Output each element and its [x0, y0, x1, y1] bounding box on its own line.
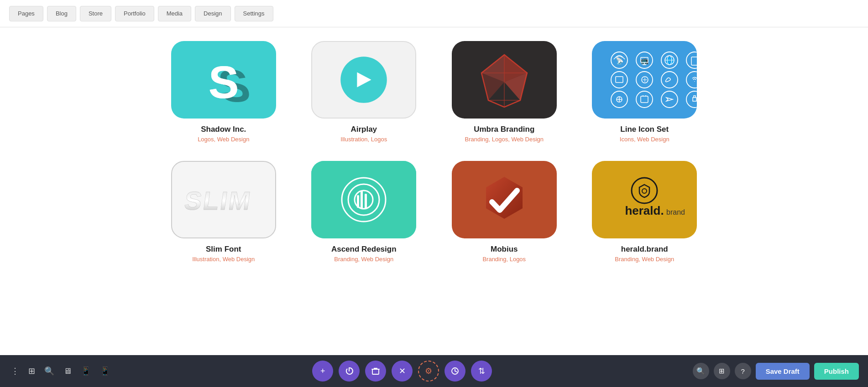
toolbar-right: 🔍 ⊞ ? Save Draft Publish: [693, 363, 859, 380]
item-title-slim: Slim Font: [206, 245, 241, 254]
svg-point-32: [618, 61, 620, 63]
toolbar-left: ⋮ ⊞ 🔍 🖥 📱 📱: [9, 364, 112, 378]
item-tags-umbra: Branding, Logos, Web Design: [465, 136, 544, 143]
portfolio-item-slim[interactable]: SLIM Slim Font Illustration, Web Design: [160, 161, 287, 263]
toolbar-search-btn[interactable]: 🔍: [42, 364, 56, 378]
item-tags-lineicon: Icons, Web Design: [620, 136, 669, 143]
portfolio-item-mobius[interactable]: Mobius Branding, Logos: [441, 161, 568, 263]
toolbar-desktop-btn[interactable]: 🖥: [62, 365, 73, 378]
nav-settings[interactable]: Settings: [235, 6, 273, 21]
thumbnail-umbra: [452, 41, 557, 119]
help-icon-btn[interactable]: ?: [735, 363, 751, 379]
item-tags-shadow-inc: Logos, Web Design: [198, 136, 249, 143]
add-item-btn[interactable]: +: [312, 361, 333, 382]
svg-rect-41: [616, 77, 623, 83]
toolbar-grid-btn[interactable]: ⊞: [26, 364, 37, 378]
thumbnail-slim: SLIM: [171, 161, 276, 238]
portfolio-item-umbra[interactable]: Umbra Branding Branding, Logos, Web Desi…: [441, 41, 568, 143]
main-content: S S S Shadow Inc. Logos, Web Design Airp…: [0, 27, 868, 387]
portfolio-item-herald[interactable]: herald. brand herald.brand Branding, Web…: [581, 161, 708, 263]
item-title-mobius: Mobius: [491, 245, 518, 254]
item-title-herald: herald.brand: [621, 245, 668, 254]
svg-point-27: [686, 72, 697, 88]
item-tags-airplay: Illustration, Logos: [340, 136, 387, 143]
save-draft-button[interactable]: Save Draft: [756, 363, 810, 380]
item-tags-herald: Branding, Web Design: [615, 256, 674, 263]
svg-marker-59: [486, 177, 523, 219]
svg-point-29: [636, 91, 653, 108]
toolbar-center: + ✕ ⚙ ⇅: [112, 361, 693, 382]
nav-media[interactable]: Media: [158, 6, 191, 21]
clock-btn[interactable]: [444, 361, 465, 382]
top-navigation: Pages Blog Store Portfolio Media Design …: [0, 0, 868, 27]
svg-point-61: [642, 189, 647, 193]
toolbar-tablet-btn[interactable]: 📱: [79, 364, 93, 378]
svg-rect-58: [357, 195, 359, 208]
portfolio-item-shadow-inc[interactable]: S S S Shadow Inc. Logos, Web Design: [160, 41, 287, 143]
svg-rect-57: [365, 194, 367, 209]
svg-rect-56: [361, 191, 363, 209]
svg-point-31: [686, 91, 697, 108]
sort-btn[interactable]: ⇅: [471, 361, 492, 382]
portfolio-item-ascend[interactable]: Ascend Redesign Branding, Web Design: [301, 161, 428, 263]
thumbnail-ascend: [311, 161, 416, 238]
svg-point-26: [661, 72, 678, 88]
nav-pages[interactable]: Pages: [9, 6, 43, 21]
svg-rect-39: [691, 57, 697, 65]
nav-blog[interactable]: Blog: [47, 6, 76, 21]
item-title-airplay: Airplay: [350, 125, 377, 134]
thumbnail-mobius: [452, 161, 557, 238]
publish-button[interactable]: Publish: [814, 363, 859, 380]
svg-rect-52: [311, 161, 416, 238]
power-btn[interactable]: [339, 361, 360, 382]
item-tags-ascend: Branding, Web Design: [334, 256, 393, 263]
toolbar-mobile-btn[interactable]: 📱: [98, 364, 112, 378]
svg-text:herald.: herald.: [625, 204, 664, 217]
search-icon-btn[interactable]: 🔍: [693, 363, 709, 379]
svg-text:SLIM: SLIM: [183, 186, 254, 216]
toolbar-menu-btn[interactable]: ⋮: [9, 364, 21, 378]
close-btn[interactable]: ✕: [392, 361, 413, 382]
item-title-umbra: Umbra Branding: [474, 125, 534, 134]
portfolio-item-airplay[interactable]: Airplay Illustration, Logos: [301, 41, 428, 143]
nav-store[interactable]: Store: [80, 6, 111, 21]
item-tags-slim: Illustration, Web Design: [192, 256, 255, 263]
svg-point-60: [632, 178, 657, 203]
thumbnail-shadow-inc: S S S: [171, 41, 276, 119]
layers-icon-btn[interactable]: ⊞: [714, 363, 730, 379]
svg-rect-64: [372, 369, 379, 374]
portfolio-item-lineicon[interactable]: 📡 📺 🌐: [581, 41, 708, 143]
thumbnail-herald: herald. brand: [592, 161, 697, 238]
thumbnail-airplay: [311, 41, 416, 119]
item-tags-mobius: Branding, Logos: [482, 256, 526, 263]
nav-design[interactable]: Design: [195, 6, 230, 21]
svg-line-71: [455, 371, 457, 372]
thumbnail-lineicon: 📡 📺 🌐: [592, 41, 697, 119]
item-title-ascend: Ascend Redesign: [331, 245, 397, 254]
item-title-lineicon: Line Icon Set: [620, 125, 669, 134]
svg-point-30: [661, 91, 678, 108]
svg-point-24: [611, 72, 627, 88]
item-title-shadow-inc: Shadow Inc.: [201, 125, 246, 134]
svg-text:📡: 📡: [616, 57, 624, 65]
settings-btn-selected[interactable]: ⚙: [418, 361, 439, 382]
portfolio-grid: S S S Shadow Inc. Logos, Web Design Airp…: [160, 41, 708, 263]
bottom-toolbar: ⋮ ⊞ 🔍 🖥 📱 📱 + ✕ ⚙: [0, 355, 868, 387]
svg-text:S: S: [208, 57, 239, 108]
svg-text:brand: brand: [666, 208, 685, 216]
svg-rect-48: [641, 96, 648, 103]
nav-portfolio[interactable]: Portfolio: [115, 6, 154, 21]
delete-btn[interactable]: [365, 361, 386, 382]
